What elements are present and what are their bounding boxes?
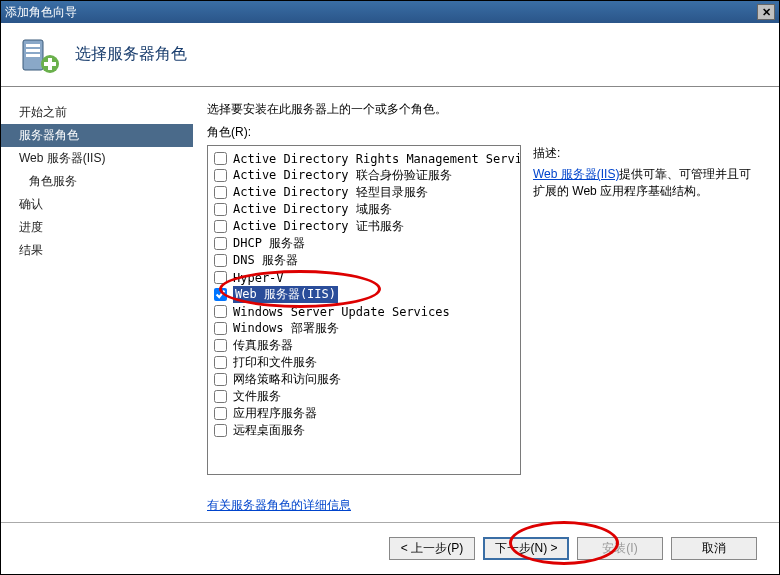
role-label: Active Directory 联合身份验证服务 <box>233 167 452 184</box>
role-item-14[interactable]: 文件服务 <box>212 388 516 405</box>
role-item-12[interactable]: 打印和文件服务 <box>212 354 516 371</box>
roles-listbox[interactable]: Active Directory Rights Management Servi… <box>207 145 521 475</box>
close-button[interactable]: ✕ <box>757 4 775 20</box>
role-label: DHCP 服务器 <box>233 235 305 252</box>
role-checkbox-13[interactable] <box>214 373 227 386</box>
role-checkbox-4[interactable] <box>214 220 227 233</box>
role-label: Active Directory Rights Management Servi… <box>233 152 521 166</box>
role-checkbox-10[interactable] <box>214 322 227 335</box>
wizard-footer: < 上一步(P) 下一步(N) > 安装(I) 取消 <box>1 522 779 574</box>
role-label: 传真服务器 <box>233 337 293 354</box>
svg-rect-6 <box>44 62 56 66</box>
window-title: 添加角色向导 <box>5 4 757 21</box>
role-label: Windows Server Update Services <box>233 305 450 319</box>
cancel-button[interactable]: 取消 <box>671 537 757 560</box>
description-link[interactable]: Web 服务器(IIS) <box>533 167 619 181</box>
role-label: Active Directory 轻型目录服务 <box>233 184 428 201</box>
sidebar-step-2[interactable]: Web 服务器(IIS) <box>1 147 193 170</box>
role-item-3[interactable]: Active Directory 域服务 <box>212 201 516 218</box>
sidebar-step-3[interactable]: 角色服务 <box>1 170 193 193</box>
previous-button[interactable]: < 上一步(P) <box>389 537 475 560</box>
sidebar-step-0[interactable]: 开始之前 <box>1 101 193 124</box>
server-role-icon <box>19 34 61 76</box>
role-checkbox-5[interactable] <box>214 237 227 250</box>
role-checkbox-8[interactable] <box>214 288 227 301</box>
role-item-8[interactable]: Web 服务器(IIS) <box>212 286 516 303</box>
role-label: Web 服务器(IIS) <box>233 286 338 303</box>
role-checkbox-1[interactable] <box>214 169 227 182</box>
role-item-7[interactable]: Hyper-V <box>212 269 516 286</box>
description-label: 描述: <box>533 145 763 162</box>
svg-rect-3 <box>26 54 40 57</box>
sidebar-step-5[interactable]: 进度 <box>1 216 193 239</box>
role-checkbox-7[interactable] <box>214 271 227 284</box>
role-label: 远程桌面服务 <box>233 422 305 439</box>
role-item-0[interactable]: Active Directory Rights Management Servi… <box>212 150 516 167</box>
role-item-1[interactable]: Active Directory 联合身份验证服务 <box>212 167 516 184</box>
next-button[interactable]: 下一步(N) > <box>483 537 569 560</box>
wizard-header: 选择服务器角色 <box>1 23 779 87</box>
role-item-5[interactable]: DHCP 服务器 <box>212 235 516 252</box>
role-checkbox-14[interactable] <box>214 390 227 403</box>
role-item-6[interactable]: DNS 服务器 <box>212 252 516 269</box>
role-checkbox-11[interactable] <box>214 339 227 352</box>
role-item-10[interactable]: Windows 部署服务 <box>212 320 516 337</box>
role-label: DNS 服务器 <box>233 252 298 269</box>
role-item-13[interactable]: 网络策略和访问服务 <box>212 371 516 388</box>
role-checkbox-0[interactable] <box>214 152 227 165</box>
role-checkbox-2[interactable] <box>214 186 227 199</box>
role-label: 打印和文件服务 <box>233 354 317 371</box>
role-checkbox-9[interactable] <box>214 305 227 318</box>
role-label: Active Directory 证书服务 <box>233 218 404 235</box>
more-info-link[interactable]: 有关服务器角色的详细信息 <box>207 498 351 512</box>
wizard-steps-sidebar: 开始之前服务器角色Web 服务器(IIS)角色服务确认进度结果 <box>1 87 193 522</box>
svg-rect-1 <box>26 44 40 47</box>
role-item-4[interactable]: Active Directory 证书服务 <box>212 218 516 235</box>
role-checkbox-15[interactable] <box>214 407 227 420</box>
role-item-15[interactable]: 应用程序服务器 <box>212 405 516 422</box>
role-checkbox-6[interactable] <box>214 254 227 267</box>
role-label: Hyper-V <box>233 271 284 285</box>
role-checkbox-3[interactable] <box>214 203 227 216</box>
sidebar-step-6[interactable]: 结果 <box>1 239 193 262</box>
role-label: Windows 部署服务 <box>233 320 339 337</box>
role-label: 文件服务 <box>233 388 281 405</box>
roles-label: 角色(R): <box>207 124 763 141</box>
install-button: 安装(I) <box>577 537 663 560</box>
svg-rect-2 <box>26 49 40 52</box>
role-item-9[interactable]: Windows Server Update Services <box>212 303 516 320</box>
page-title: 选择服务器角色 <box>75 44 187 65</box>
role-item-16[interactable]: 远程桌面服务 <box>212 422 516 439</box>
role-label: 网络策略和访问服务 <box>233 371 341 388</box>
sidebar-step-1[interactable]: 服务器角色 <box>1 124 193 147</box>
role-item-11[interactable]: 传真服务器 <box>212 337 516 354</box>
role-label: 应用程序服务器 <box>233 405 317 422</box>
role-label: Active Directory 域服务 <box>233 201 392 218</box>
titlebar: 添加角色向导 ✕ <box>1 1 779 23</box>
role-item-2[interactable]: Active Directory 轻型目录服务 <box>212 184 516 201</box>
description-text: Web 服务器(IIS)提供可靠、可管理并且可扩展的 Web 应用程序基础结构。 <box>533 166 763 200</box>
more-info: 有关服务器角色的详细信息 <box>207 497 763 514</box>
role-checkbox-12[interactable] <box>214 356 227 369</box>
sidebar-step-4[interactable]: 确认 <box>1 193 193 216</box>
instruction-text: 选择要安装在此服务器上的一个或多个角色。 <box>207 101 763 118</box>
role-checkbox-16[interactable] <box>214 424 227 437</box>
